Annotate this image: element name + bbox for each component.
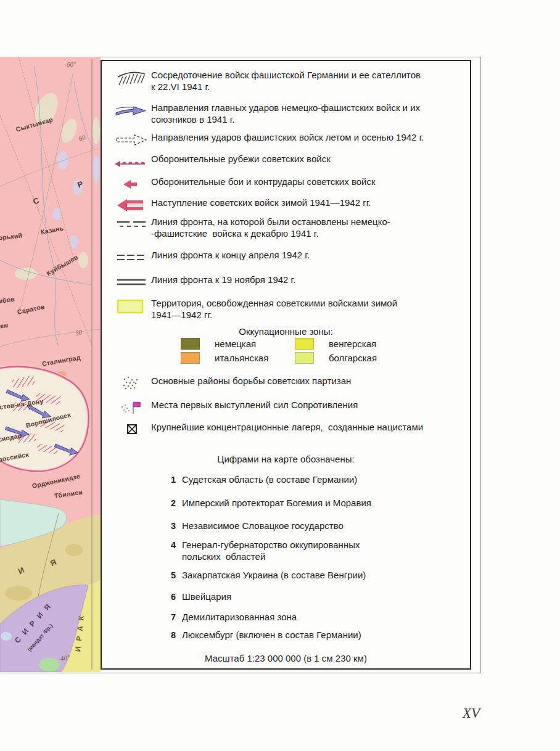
item-number: 7 [171,612,182,623]
legend-text: Линия фронта к 19 ноября 1942 г. [151,274,464,286]
red-teeth-line-icon [115,152,149,171]
numbered-item: 1 Судетская область (в составе Германии) [171,474,461,486]
numbered-item: 4 Генерал-губернаторство оккупированных … [171,540,461,562]
page-number: XV [463,705,480,721]
grid-label: 60° [67,60,76,68]
numbered-item: 3 Независимое Словацкое государство [171,520,461,532]
legend-row: Направления главных ударов немецко-фашис… [113,102,464,125]
map-area: 60° 60 50 40° Сыктывкар Горький Казань К… [0,57,101,672]
liberated-territory-icon [115,297,149,316]
atlas-page: { "page": { "number": "XV" }, "legend": … [0,0,560,751]
zone-label: венгерская [329,339,409,349]
item-number: 4 [171,540,182,551]
bulgarian-zone-swatch [295,352,314,364]
legend-row: Оборонительные рубежи советских войск [113,154,464,171]
item-number: 8 [171,630,182,641]
legend-text: Наступление советских войск зимой 1941—1… [151,197,464,209]
grid-label: 40° [60,654,70,662]
map-scale-note: Масштаб 1:23 000 000 (в 1 см 230 км) [102,653,470,663]
item-text: Судетская область (в составе Германии) [182,474,461,486]
numbered-item: 2 Имперский протекторат Богемия и Морави… [171,498,461,509]
numbered-list-title: Цифрами на карте обозначены: [102,454,470,464]
zone-label: болгарская [329,353,409,363]
red-striped-arrow-icon [115,196,149,215]
item-text: Люксембург (включен в состав Германии) [182,630,461,641]
occupation-zones-title: Оккупационные зоны: [102,326,470,337]
legend-row: Направления ударов фашистских войск лето… [113,132,464,149]
item-number: 6 [171,591,182,603]
numbered-item: 8 Люксембург (включен в состав Германии) [171,630,461,641]
numbered-item: 5 Закарпатская Украина (в составе Венгри… [171,570,461,581]
legend-row: Территория, освобожденная советскими вой… [113,298,464,321]
legend-text: Направления главных ударов немецко-фашис… [151,102,464,125]
legend-text: Оборонительные бои и контрудары советски… [151,176,464,188]
red-arrow-icon [115,175,149,194]
blue-arrow-icon [115,101,149,120]
legend-text: Оборонительные рубежи советских войск [151,154,464,165]
legend-row: Линия фронта, на которой были остановлен… [113,216,464,239]
item-text: Независимое Словацкое государство [182,520,461,532]
front-line-dec1941-icon [115,215,149,234]
zone-label: итальянская [215,353,295,363]
legend-row: Линия фронта к концу апреля 1942 г. [113,250,464,267]
item-number: 5 [171,570,182,581]
german-zone-swatch [181,338,200,350]
legend-box: Сосредоточение войск фашистской Германии… [101,60,471,670]
front-line-apr1942-icon [115,248,149,267]
item-text: Имперский протекторат Богемия и Моравия [182,498,461,509]
partisan-dots-icon [115,374,149,393]
hatch-area-icon [115,68,149,88]
zone-row: немецкая венгерская [181,338,409,350]
legend-text: Направления ударов фашистских войск лето… [151,132,464,144]
item-number: 2 [171,498,182,509]
item-number: 3 [171,520,182,532]
item-text: Закарпатская Украина (в составе Венгрии) [182,570,461,581]
legend-text: Территория, освобожденная советскими вой… [151,298,464,321]
legend-row: Оборонительные бои и контрудары советски… [113,176,464,194]
legend-text: Сосредоточение войск фашистской Германии… [151,70,464,92]
item-number: 1 [171,474,182,486]
item-text: Демилитаризованная зона [182,612,461,623]
legend-row: Места первых выступлений сил Сопротивлен… [113,400,464,417]
legend-row: Крупнейшие концентрационные лагеря, созд… [113,422,464,439]
numbered-item: 6 Швейцария [171,591,461,603]
italian-zone-swatch [181,352,200,364]
zone-row: итальянская болгарская [181,352,409,364]
item-text: Генерал-губернаторство оккупированных по… [182,540,461,562]
legend-text: Основные районы борьбы советских партиза… [151,376,464,387]
numbered-item: 7 Демилитаризованная зона [171,612,461,623]
resistance-flag-icon [115,398,149,417]
legend-row: Сосредоточение войск фашистской Германии… [113,70,464,92]
legend-text: Крупнейшие концентрационные лагеря, созд… [151,422,464,433]
legend-row: Основные районы борьбы советских партиза… [113,376,464,393]
legend-text: Линия фронта, на которой были остановлен… [151,216,464,239]
legend-text: Места первых выступлений сил Сопротивлен… [151,400,464,411]
camp-icon [115,421,149,439]
item-text: Швейцария [182,591,461,603]
zone-label: немецкая [215,339,295,349]
hungarian-zone-swatch [295,338,314,350]
legend-row: Линия фронта к 19 ноября 1942 г. [113,274,464,292]
grid-label: 50 [75,328,83,337]
front-line-nov1942-icon [115,273,149,292]
legend-row: Наступление советских войск зимой 1941—1… [113,197,464,215]
dashed-arrow-icon [115,131,149,149]
legend-text: Линия фронта к концу апреля 1942 г. [151,250,464,261]
